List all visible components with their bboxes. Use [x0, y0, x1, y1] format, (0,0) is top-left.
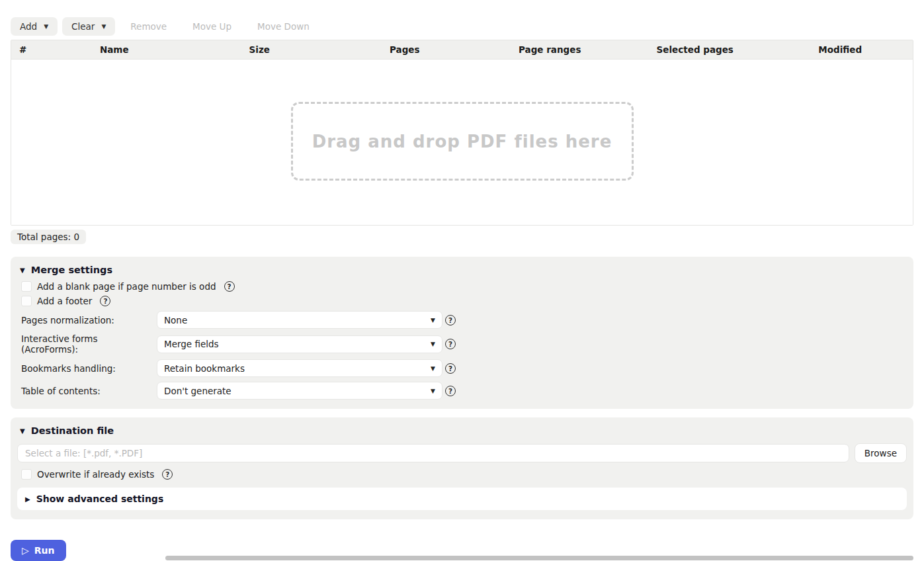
merge-settings-panel: ▼ Merge settings Add a blank page if pag… [11, 257, 913, 409]
file-toolbar: Add ▼ Clear ▼ Remove Move Up Move Down [11, 17, 913, 36]
footer-checkbox-label: Add a footer [37, 296, 92, 306]
file-table-header: # Name Size Pages Page ranges Selected p… [11, 40, 913, 60]
bookmarks-select[interactable]: Retain bookmarks ▼ [157, 359, 442, 377]
help-icon[interactable]: ? [445, 315, 456, 325]
pages-normalization-value: None [164, 315, 431, 325]
chevron-down-icon: ▼ [101, 23, 106, 30]
drag-drop-zone[interactable]: Drag and drop PDF files here [291, 102, 634, 181]
pages-normalization-label: Pages normalization: [21, 315, 157, 325]
merge-settings-title: Merge settings [31, 265, 112, 275]
file-table-body: Drag and drop PDF files here [11, 60, 913, 225]
destination-file-row: Browse [17, 443, 907, 463]
merge-settings-header[interactable]: ▼ Merge settings [17, 265, 907, 275]
chevron-down-icon: ▼ [431, 388, 435, 394]
drag-drop-hint: Drag and drop PDF files here [312, 132, 612, 151]
bookmarks-row: Bookmarks handling: Retain bookmarks ▼ ? [21, 359, 907, 377]
remove-button[interactable]: Remove [120, 17, 177, 36]
acroforms-select[interactable]: Merge fields ▼ [157, 335, 442, 353]
toc-value: Don't generate [164, 386, 431, 396]
total-pages-badge: Total pages: 0 [11, 230, 86, 244]
acroforms-label: Interactive forms (AcroForms): [21, 333, 157, 355]
move-up-button[interactable]: Move Up [182, 17, 242, 36]
overwrite-checkbox[interactable] [21, 469, 32, 480]
column-header-index[interactable]: # [11, 40, 42, 59]
play-icon: ▷ [22, 545, 29, 556]
progress-bar [165, 556, 914, 560]
toc-label: Table of contents: [21, 386, 157, 396]
collapsed-triangle-icon: ▶ [25, 496, 30, 503]
run-button-label: Run [34, 545, 55, 556]
pages-normalization-row: Pages normalization: None ▼ ? [21, 311, 907, 329]
toc-row: Table of contents: Don't generate ▼ ? [21, 382, 907, 400]
column-header-page-ranges[interactable]: Page ranges [478, 40, 623, 59]
chevron-down-icon: ▼ [44, 23, 48, 30]
overwrite-checkbox-label: Overwrite if already exists [37, 469, 154, 480]
add-button-label: Add [20, 21, 37, 32]
help-icon[interactable]: ? [445, 363, 456, 374]
column-header-name[interactable]: Name [42, 40, 187, 59]
chevron-down-icon: ▼ [431, 365, 435, 372]
help-icon[interactable]: ? [100, 296, 110, 306]
overwrite-checkbox-row: Overwrite if already exists ? [21, 469, 907, 480]
show-advanced-settings-label: Show advanced settings [36, 494, 164, 504]
clear-button-label: Clear [71, 21, 95, 32]
column-header-size[interactable]: Size [187, 40, 333, 59]
merge-tool-page: Add ▼ Clear ▼ Remove Move Up Move Down #… [0, 0, 924, 561]
help-icon[interactable]: ? [162, 469, 173, 480]
bookmarks-value: Retain bookmarks [164, 363, 431, 374]
show-advanced-settings[interactable]: ▶ Show advanced settings [17, 488, 907, 510]
pages-normalization-select[interactable]: None ▼ [157, 311, 442, 329]
help-icon[interactable]: ? [445, 339, 456, 349]
browse-button[interactable]: Browse [855, 443, 907, 463]
collapse-triangle-icon: ▼ [20, 267, 25, 274]
footer-checkbox[interactable] [21, 296, 32, 306]
run-row: ▷ Run [11, 540, 913, 561]
destination-file-input[interactable] [17, 444, 849, 462]
help-icon[interactable]: ? [445, 386, 456, 396]
run-button[interactable]: ▷ Run [11, 540, 66, 561]
acroforms-value: Merge fields [164, 339, 431, 349]
destination-title: Destination file [31, 425, 114, 436]
add-button[interactable]: Add ▼ [11, 17, 58, 36]
column-header-modified[interactable]: Modified [768, 40, 913, 59]
column-header-selected-pages[interactable]: Selected pages [622, 40, 768, 59]
chevron-down-icon: ▼ [431, 317, 435, 324]
blank-page-checkbox[interactable] [21, 281, 32, 292]
blank-page-checkbox-label: Add a blank page if page number is odd [37, 281, 216, 292]
acroforms-row: Interactive forms (AcroForms): Merge fie… [21, 333, 907, 355]
column-header-pages[interactable]: Pages [332, 40, 478, 59]
destination-panel: ▼ Destination file Browse Overwrite if a… [11, 417, 913, 519]
toc-select[interactable]: Don't generate ▼ [157, 382, 442, 400]
chevron-down-icon: ▼ [431, 341, 435, 347]
collapse-triangle-icon: ▼ [20, 427, 25, 435]
file-table: # Name Size Pages Page ranges Selected p… [11, 40, 913, 226]
footer-checkbox-row: Add a footer ? [21, 296, 907, 306]
move-down-button[interactable]: Move Down [247, 17, 320, 36]
blank-page-checkbox-row: Add a blank page if page number is odd ? [21, 281, 907, 292]
bookmarks-label: Bookmarks handling: [21, 363, 157, 374]
clear-button[interactable]: Clear ▼ [62, 17, 115, 36]
help-icon[interactable]: ? [224, 281, 235, 292]
destination-header[interactable]: ▼ Destination file [17, 425, 907, 436]
